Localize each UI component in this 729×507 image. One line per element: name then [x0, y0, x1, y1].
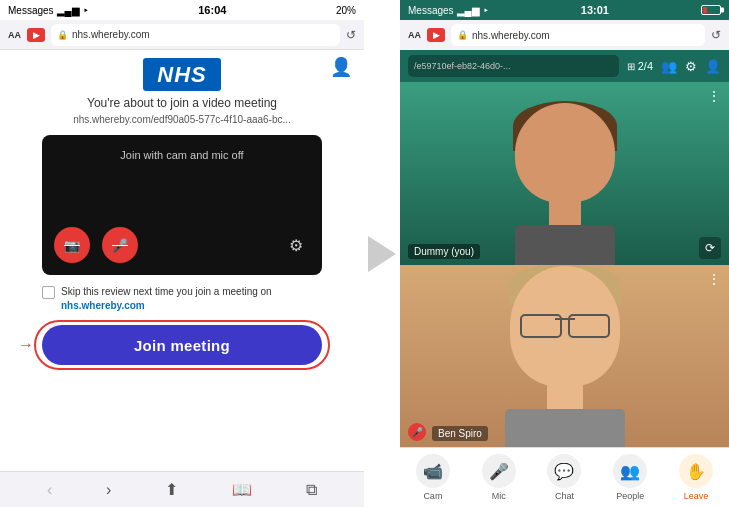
- url-text: nhs.whereby.com: [72, 29, 150, 40]
- meeting-settings-button[interactable]: ⚙: [685, 59, 697, 74]
- left-wifi-icon: ‣: [83, 5, 89, 16]
- right-font-size-button[interactable]: AA: [408, 30, 421, 40]
- right-signal-icon: ▂▄▆: [457, 5, 480, 16]
- skip-link[interactable]: nhs.whereby.com: [61, 300, 145, 311]
- bottom-tile-label: Ben Spiro: [432, 426, 488, 441]
- left-bottom-bar: ‹ › ⬆ 📖 ⧉: [0, 471, 364, 507]
- leave-toolbar-icon: ✋: [679, 454, 713, 488]
- red-arrow-icon: →: [18, 336, 34, 354]
- url-bar[interactable]: 🔒 nhs.whereby.com: [51, 24, 340, 46]
- meeting-id-bar: /e59710ef-eb82-46d0-...: [408, 55, 619, 77]
- lock-icon: 🔒: [57, 30, 68, 40]
- copy-icon: ⊞: [627, 61, 635, 72]
- right-video-record-icon: ▶: [427, 28, 445, 42]
- video-preview-label: Join with cam and mic off: [120, 149, 243, 161]
- forward-button[interactable]: ›: [98, 479, 119, 501]
- right-browser-bar: AA ▶ 🔒 nhs.whereby.com ↺: [400, 20, 729, 50]
- ben-glasses-bridge: [555, 318, 575, 320]
- skip-row: Skip this review next time you join a me…: [42, 285, 322, 313]
- top-tile-refresh-button[interactable]: ⟳: [699, 237, 721, 259]
- right-arrow-shape: [368, 236, 396, 272]
- participants-badge: ⊞ 2/4: [627, 60, 653, 72]
- right-refresh-button[interactable]: ↺: [711, 28, 721, 42]
- bookmarks-button[interactable]: 📖: [224, 478, 260, 501]
- refresh-button[interactable]: ↺: [346, 28, 356, 42]
- leave-toolbar-label: Leave: [684, 491, 709, 501]
- meeting-bar-icons: ⊞ 2/4 👥 ⚙ 👤: [627, 59, 721, 74]
- video-tile-bottom: ⋮ 🎤 Ben Spiro: [400, 265, 729, 448]
- video-controls: 📷 🎤 ⚙: [54, 227, 310, 263]
- top-tile-more-button[interactable]: ⋮: [707, 88, 721, 104]
- bottom-tile-more-button[interactable]: ⋮: [707, 271, 721, 287]
- right-panel: Messages ▂▄▆ ‣ 13:01 AA ▶ 🔒 nhs.whereby.…: [400, 0, 729, 507]
- chat-toolbar-button[interactable]: 💬 Chat: [541, 450, 587, 505]
- join-btn-area: → Join meeting: [42, 325, 322, 365]
- tabs-button[interactable]: ⧉: [298, 479, 325, 501]
- left-content: 👤 NHS You're about to join a video meeti…: [0, 50, 364, 471]
- about-to-join-text: You're about to join a video meeting: [87, 96, 277, 110]
- mic-toolbar-button[interactable]: 🎤 Mic: [476, 450, 522, 505]
- muted-icon: 🎤: [408, 423, 426, 441]
- left-status-left: Messages ▂▄▆ ‣: [8, 5, 89, 16]
- arrow-divider: [364, 0, 400, 507]
- mic-off-button[interactable]: 🎤: [102, 227, 138, 263]
- left-time: 16:04: [198, 4, 226, 16]
- ben-face-illustration: [495, 266, 635, 446]
- profile-icon: 👤: [330, 56, 352, 78]
- cam-off-button[interactable]: 📷: [54, 227, 90, 263]
- left-browser-bar: AA ▶ 🔒 nhs.whereby.com ↺: [0, 20, 364, 50]
- right-status-right: [701, 5, 721, 15]
- right-meeting-bar: /e59710ef-eb82-46d0-... ⊞ 2/4 👥 ⚙ 👤: [400, 50, 729, 82]
- mic-toolbar-icon: 🎤: [482, 454, 516, 488]
- video-record-icon: ▶: [27, 28, 45, 42]
- mute-mic-icon: 🎤: [412, 427, 423, 437]
- share-button[interactable]: ⬆: [157, 478, 186, 501]
- video-preview: Join with cam and mic off 📷 🎤 ⚙: [42, 135, 322, 275]
- font-size-button[interactable]: AA: [8, 30, 21, 40]
- meeting-url-text: nhs.whereby.com/edf90a05-577c-4f10-aaa6-…: [73, 114, 291, 125]
- right-carrier: Messages: [408, 5, 454, 16]
- ben-video-feed: [400, 265, 729, 448]
- chat-toolbar-label: Chat: [555, 491, 574, 501]
- right-status-left: Messages ▂▄▆ ‣: [408, 5, 489, 16]
- video-settings-button[interactable]: ⚙: [282, 231, 310, 259]
- cam-toolbar-label: Cam: [423, 491, 442, 501]
- nhs-logo: NHS: [143, 62, 220, 88]
- ben-body: [505, 409, 625, 447]
- nhs-logo-text: NHS: [143, 58, 220, 91]
- leave-toolbar-button[interactable]: ✋ Leave: [673, 450, 719, 505]
- mic-toolbar-label: Mic: [492, 491, 506, 501]
- people-toolbar-label: People: [616, 491, 644, 501]
- video-tile-top: ⋮ Dummy (you) ⟳: [400, 82, 729, 265]
- right-wifi-icon: ‣: [483, 5, 489, 16]
- meeting-profile-button[interactable]: 👤: [705, 59, 721, 74]
- ben-neck: [547, 384, 583, 412]
- left-status-right: 20%: [336, 5, 356, 16]
- right-url-bar[interactable]: 🔒 nhs.whereby.com: [451, 24, 705, 46]
- meeting-people-button[interactable]: 👥: [661, 59, 677, 74]
- dummy-video-feed: [400, 82, 729, 265]
- dummy-head: [515, 103, 615, 203]
- people-toolbar-button[interactable]: 👥 People: [607, 450, 653, 505]
- back-button[interactable]: ‹: [39, 479, 60, 501]
- meeting-id-text: /e59710ef-eb82-46d0-...: [414, 61, 511, 71]
- chat-toolbar-icon: 💬: [547, 454, 581, 488]
- right-url-text: nhs.whereby.com: [472, 30, 550, 41]
- dummy-face-illustration: [495, 93, 635, 253]
- right-status-bar: Messages ▂▄▆ ‣ 13:01: [400, 0, 729, 20]
- skip-checkbox[interactable]: [42, 286, 55, 299]
- skip-text: Skip this review next time you join a me…: [61, 285, 272, 313]
- cam-toolbar-icon: 📹: [416, 454, 450, 488]
- right-time: 13:01: [581, 4, 609, 16]
- left-carrier: Messages: [8, 5, 54, 16]
- left-signal-icon: ▂▄▆: [57, 5, 80, 16]
- right-toolbar: 📹 Cam 🎤 Mic 💬 Chat 👥 People ✋ Leave: [400, 447, 729, 507]
- cam-toolbar-button[interactable]: 📹 Cam: [410, 450, 456, 505]
- cam-off-icon: 📷: [64, 238, 80, 253]
- join-meeting-button[interactable]: Join meeting: [42, 325, 322, 365]
- dummy-body: [515, 225, 615, 264]
- left-status-bar: Messages ▂▄▆ ‣ 16:04 20%: [0, 0, 364, 20]
- participants-count: 2/4: [638, 60, 653, 72]
- right-lock-icon: 🔒: [457, 30, 468, 40]
- left-panel: Messages ▂▄▆ ‣ 16:04 20% AA ▶ 🔒 nhs.wher…: [0, 0, 364, 507]
